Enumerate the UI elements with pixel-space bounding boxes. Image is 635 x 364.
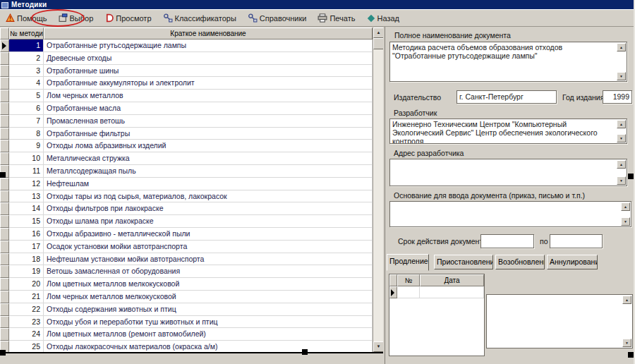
method-name-cell[interactable]: Отходы тары из под сырья, материалов, ла… xyxy=(44,190,373,203)
scroll-down-icon[interactable]: ▼ xyxy=(617,176,626,185)
table-row[interactable]: 3Отработанные шины xyxy=(0,65,373,78)
suspension-button[interactable]: Приостановление xyxy=(434,255,493,269)
method-number-cell[interactable]: 3 xyxy=(9,65,44,78)
method-number-cell[interactable]: 15 xyxy=(9,215,44,228)
annulment-button[interactable]: Аннулирование xyxy=(547,255,598,269)
row-gutter[interactable] xyxy=(0,128,9,140)
scroll-up-icon[interactable]: ▲ xyxy=(617,160,626,169)
method-name-cell[interactable]: Отработанные масла xyxy=(44,102,373,115)
method-number-cell[interactable]: 16 xyxy=(9,228,44,241)
table-row[interactable]: 25Отходы лакокрасочных материалов (окрас… xyxy=(0,341,373,353)
table-row[interactable]: 11Металлсодержащая пыль xyxy=(0,165,373,178)
vertical-scrollbar[interactable]: ▲ ▼ xyxy=(373,28,383,352)
method-number-cell[interactable]: 7 xyxy=(9,115,44,128)
row-gutter[interactable] xyxy=(0,291,9,303)
publisher-field[interactable]: г. Санкт-Петербург xyxy=(456,90,557,104)
method-number-cell[interactable]: 25 xyxy=(9,341,44,353)
method-number-cell[interactable]: 8 xyxy=(9,128,44,140)
method-name-cell[interactable]: Лом черных металлов xyxy=(44,90,373,102)
row-gutter[interactable] xyxy=(0,178,9,190)
row-gutter[interactable] xyxy=(0,140,9,152)
scroll-up-icon[interactable]: ▲ xyxy=(622,296,631,304)
method-name-cell[interactable]: Металлическая стружка xyxy=(44,152,373,165)
year-field[interactable]: 1999 xyxy=(603,90,632,104)
renewal-button[interactable]: Возобновление xyxy=(495,255,545,269)
developer-address-textbox[interactable]: ▲ ▼ xyxy=(389,159,627,186)
method-number-cell[interactable]: 11 xyxy=(9,165,44,178)
method-name-cell[interactable]: Отработанные аккумуляторы и электролит xyxy=(44,77,373,90)
method-number-cell[interactable]: 19 xyxy=(9,265,44,278)
method-name-cell[interactable]: Отходы абразивно - металлической пыли xyxy=(44,228,373,241)
validity-to-field[interactable] xyxy=(550,234,603,248)
method-number-cell[interactable]: 5 xyxy=(9,90,44,102)
method-name-cell[interactable]: Древесные отходы xyxy=(44,52,373,65)
scroll-down-icon[interactable]: ▼ xyxy=(617,134,626,142)
row-gutter[interactable] xyxy=(0,228,9,241)
row-gutter[interactable] xyxy=(0,328,9,341)
row-gutter[interactable] xyxy=(0,215,9,228)
table-row[interactable]: 12Нефтешлам xyxy=(0,178,373,190)
row-gutter[interactable] xyxy=(0,90,9,102)
table-row[interactable]: 15Отходы шлама при лакокраске xyxy=(0,215,373,228)
method-number-cell[interactable]: 10 xyxy=(9,152,44,165)
method-name-cell[interactable]: Отходы фильтров при лакокраске xyxy=(44,202,373,215)
prolongation-button[interactable]: Продление xyxy=(387,254,429,271)
preview-button[interactable]: Просмотр xyxy=(102,11,155,25)
table-row[interactable]: 5Лом черных металлов xyxy=(0,90,373,102)
table-row[interactable]: 18Нефтешлам установки мойки автотранспор… xyxy=(0,253,373,266)
full-name-textbox[interactable]: Методика расчета объемов образования отх… xyxy=(389,42,627,82)
method-number-cell[interactable]: 20 xyxy=(9,278,44,291)
method-number-cell[interactable]: 13 xyxy=(9,190,44,203)
method-name-cell[interactable]: Отходы содержания животных и птиц xyxy=(44,303,373,316)
table-row[interactable]: 7Промасленная ветошь xyxy=(0,115,373,128)
method-number-cell[interactable]: 21 xyxy=(9,291,44,303)
scroll-up-icon[interactable]: ▲ xyxy=(617,43,626,51)
method-name-cell[interactable]: Отработанные шины xyxy=(44,65,373,78)
row-gutter[interactable] xyxy=(0,278,9,291)
row-gutter[interactable] xyxy=(0,303,9,316)
print-button[interactable]: Печать xyxy=(315,11,359,25)
history-date-cell[interactable] xyxy=(420,286,484,298)
row-gutter[interactable] xyxy=(389,286,397,298)
method-name-cell[interactable]: Лом черных металлов мелкокусковой xyxy=(44,291,373,303)
full-name-scrollbar[interactable]: ▲ ▼ xyxy=(617,43,626,80)
scroll-down-icon[interactable]: ▼ xyxy=(617,72,626,80)
table-row[interactable]: 2Древесные отходы xyxy=(0,52,373,65)
back-button[interactable]: Назад xyxy=(364,12,404,25)
basis-textbox[interactable]: ▲ ▼ xyxy=(389,201,631,227)
method-number-cell[interactable]: 23 xyxy=(9,316,44,329)
scroll-down-button[interactable]: ▼ xyxy=(373,341,383,352)
validity-from-field[interactable] xyxy=(480,234,534,248)
table-row[interactable]: 4Отработанные аккумуляторы и электролит xyxy=(0,77,373,90)
table-row[interactable]: 16Отходы абразивно - металлической пыли xyxy=(0,228,373,241)
method-name-cell[interactable]: Лом цветных металлов (ремонт автомобилей… xyxy=(44,328,373,341)
method-name-cell[interactable]: Осадок установки мойки автотранспорта xyxy=(44,241,373,253)
row-gutter[interactable] xyxy=(0,316,9,329)
row-gutter[interactable] xyxy=(0,265,9,278)
row-gutter[interactable] xyxy=(0,65,9,78)
row-gutter[interactable] xyxy=(0,241,9,253)
row-gutter[interactable] xyxy=(0,77,9,90)
table-row[interactable]: 9Отходы лома абразивных изделий xyxy=(0,140,373,152)
method-name-cell[interactable]: Отработанные фильтры xyxy=(44,128,373,140)
table-row[interactable]: 22Отходы содержания животных и птиц xyxy=(0,303,373,316)
method-number-cell[interactable]: 14 xyxy=(9,202,44,215)
row-gutter[interactable] xyxy=(0,52,9,65)
method-number-cell[interactable]: 6 xyxy=(9,102,44,115)
classifiers-button[interactable]: Классификаторы xyxy=(160,11,241,25)
method-name-cell[interactable]: Отходы шлама при лакокраске xyxy=(44,215,373,228)
basis-scrollbar[interactable]: ▲ ▼ xyxy=(621,202,630,226)
row-gutter[interactable] xyxy=(0,115,9,128)
scroll-down-icon[interactable]: ▼ xyxy=(621,217,630,226)
row-gutter[interactable] xyxy=(0,190,9,203)
row-gutter[interactable] xyxy=(0,40,9,52)
developer-scrollbar[interactable]: ▲ ▼ xyxy=(617,120,626,142)
method-name-cell[interactable]: Лом цветных металлов мелкокусковой xyxy=(44,278,373,291)
table-row[interactable]: 8Отработанные фильтры xyxy=(0,128,373,140)
references-button[interactable]: Справочники xyxy=(245,11,311,25)
row-gutter[interactable] xyxy=(0,253,9,266)
method-number-cell[interactable]: 24 xyxy=(9,328,44,341)
history-number-cell[interactable] xyxy=(397,286,420,298)
table-row[interactable]: 19Ветошь замасленная от оборудования xyxy=(0,265,373,278)
table-row[interactable]: 24Лом цветных металлов (ремонт автомобил… xyxy=(0,328,373,341)
